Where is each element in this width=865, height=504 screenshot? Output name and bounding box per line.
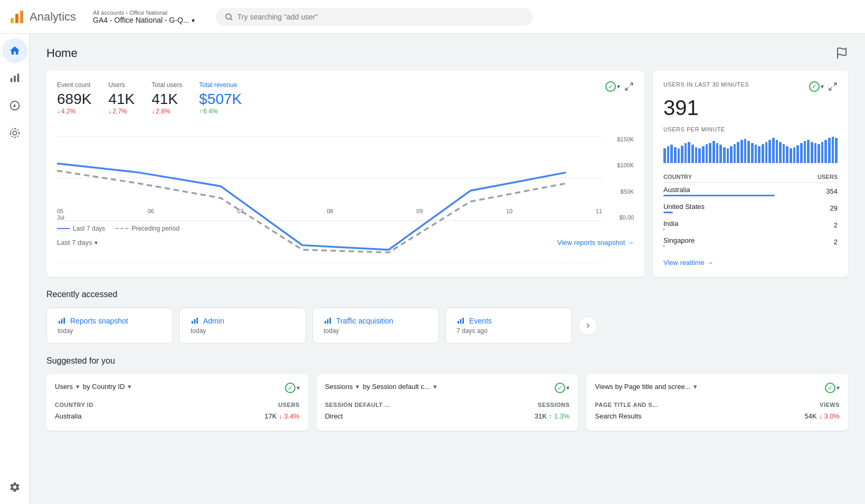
country-table-row: United States 29 — [663, 199, 838, 216]
table-row: Search Results 54K ↓ 3.0% — [595, 410, 840, 422]
country-users: 354 — [781, 183, 838, 200]
share-icon[interactable] — [835, 47, 848, 60]
recent-card[interactable]: Traffic acquisition today — [312, 308, 439, 344]
svg-rect-0 — [11, 18, 14, 23]
realtime-bar — [712, 141, 715, 163]
recent-card-time: today — [324, 327, 428, 335]
country-users: 29 — [781, 199, 838, 216]
realtime-bar — [681, 146, 683, 163]
metric-revenue: Total revenue $507K ↑ 6.4% — [199, 81, 242, 115]
check-icon: ✓ — [605, 81, 616, 92]
suggested-compare-button[interactable]: ✓ — [555, 383, 569, 393]
recent-card[interactable]: Reports snapshot today — [46, 308, 173, 344]
realtime-expand-button[interactable] — [828, 82, 838, 91]
realtime-bar — [706, 144, 708, 163]
account-selector[interactable]: All accounts › Office National GA4 - Off… — [93, 9, 195, 24]
realtime-bar — [758, 146, 761, 163]
realtime-bar — [814, 143, 817, 163]
suggested-card-title: Views by Page title and scree... ▾ — [595, 383, 697, 391]
realtime-bar — [716, 143, 719, 163]
realtime-card: USERS IN LAST 30 MINUTES ✓ 391 USERS — [653, 71, 848, 277]
suggested-section: Suggested for you Users ▾ by Country ID … — [46, 356, 848, 431]
realtime-bar — [691, 145, 694, 163]
country-name: Australia — [663, 183, 781, 200]
metrics-row: Event count 689K ↓ 4.2% Users 41K ↓ 2.7% — [57, 81, 242, 115]
svg-point-3 — [225, 14, 231, 19]
realtime-bar — [796, 145, 799, 163]
advertising-icon — [9, 127, 21, 139]
compare-button[interactable]: ✓ — [605, 81, 620, 92]
sidebar-item-home[interactable] — [2, 38, 27, 63]
svg-rect-29 — [329, 318, 331, 324]
sidebar-item-explore[interactable] — [2, 93, 27, 118]
realtime-bar — [702, 146, 705, 163]
realtime-bar — [783, 144, 785, 163]
home-icon — [9, 45, 21, 56]
account-name[interactable]: GA4 - Office National - G-Q... — [93, 16, 195, 24]
svg-rect-27 — [325, 321, 326, 324]
svg-point-10 — [13, 131, 16, 135]
sidebar-item-reports[interactable] — [2, 65, 27, 91]
realtime-bar — [772, 138, 775, 163]
realtime-bar — [811, 142, 813, 163]
page-header: Home — [46, 46, 848, 60]
search-bar[interactable] — [216, 8, 533, 26]
svg-rect-28 — [327, 319, 329, 324]
recent-card-title: Reports snapshot — [58, 317, 162, 325]
svg-line-14 — [625, 88, 628, 90]
realtime-bar — [727, 148, 729, 163]
svg-rect-30 — [458, 321, 459, 324]
compass-icon — [9, 100, 21, 111]
recently-accessed-section: Recently accessed Reports snapshot today… — [46, 290, 848, 344]
metrics-header: Event count 689K ↓ 4.2% Users 41K ↓ 2.7% — [57, 81, 634, 123]
realtime-bar — [698, 148, 701, 163]
realtime-bar — [709, 143, 711, 163]
realtime-bar — [779, 142, 782, 163]
chevron-right-icon — [584, 321, 592, 330]
realtime-bar — [688, 142, 690, 163]
realtime-compare-chevron-icon — [821, 83, 824, 90]
recent-card-time: today — [58, 327, 162, 335]
view-realtime-link[interactable]: View realtime → — [663, 259, 838, 267]
svg-rect-22 — [61, 319, 63, 324]
svg-line-20 — [829, 88, 832, 90]
suggested-compare-button[interactable]: ✓ — [285, 383, 300, 393]
realtime-check-icon: ✓ — [809, 81, 820, 92]
country-col-header: COUNTRY — [663, 172, 781, 183]
realtime-bar — [776, 140, 778, 163]
sidebar — [0, 34, 30, 504]
svg-rect-25 — [194, 319, 196, 324]
scroll-right-button[interactable] — [578, 316, 597, 335]
account-chevron-icon — [192, 16, 195, 24]
realtime-bar — [793, 147, 796, 163]
line-chart-svg — [57, 136, 602, 263]
suggested-compare-button[interactable]: ✓ — [825, 383, 840, 393]
expand-button[interactable] — [624, 82, 634, 91]
search-input[interactable] — [237, 13, 524, 21]
suggested-grid: Users ▾ by Country ID ▾ ✓ COUNTRY ID USE… — [46, 374, 848, 431]
suggested-card: Sessions ▾ by Session default c... ▾ ✓ S… — [317, 374, 578, 431]
realtime-bar — [734, 144, 736, 163]
recent-card[interactable]: Admin today — [179, 308, 306, 344]
sidebar-item-settings[interactable] — [2, 474, 27, 500]
recent-card[interactable]: Events 7 days ago — [445, 308, 572, 344]
svg-line-13 — [630, 83, 633, 85]
main-content: Home Event count 689K ↓ 4.2% — [30, 34, 865, 504]
recent-card-icon — [191, 317, 199, 325]
svg-rect-2 — [20, 11, 23, 23]
suggested-card-title: Users ▾ by Country ID ▾ — [55, 383, 131, 391]
realtime-bar — [790, 148, 792, 163]
realtime-bar — [678, 148, 680, 163]
recent-card-time: 7 days ago — [457, 327, 561, 335]
bar-chart-icon — [9, 72, 21, 84]
chart-area: $150K $100K $50K $0.00 05Jul 06 07 08 09… — [57, 136, 634, 221]
sidebar-item-advertising[interactable] — [2, 120, 27, 146]
realtime-bar — [730, 146, 733, 163]
total-users-change: ↓ 2.8% — [151, 108, 182, 115]
realtime-bar — [667, 146, 670, 163]
realtime-bar — [786, 146, 788, 163]
expand-icon — [624, 82, 634, 91]
svg-rect-7 — [17, 74, 19, 82]
metric-event-count: Event count 689K ↓ 4.2% — [57, 81, 91, 115]
realtime-compare-button[interactable]: ✓ — [809, 81, 824, 92]
